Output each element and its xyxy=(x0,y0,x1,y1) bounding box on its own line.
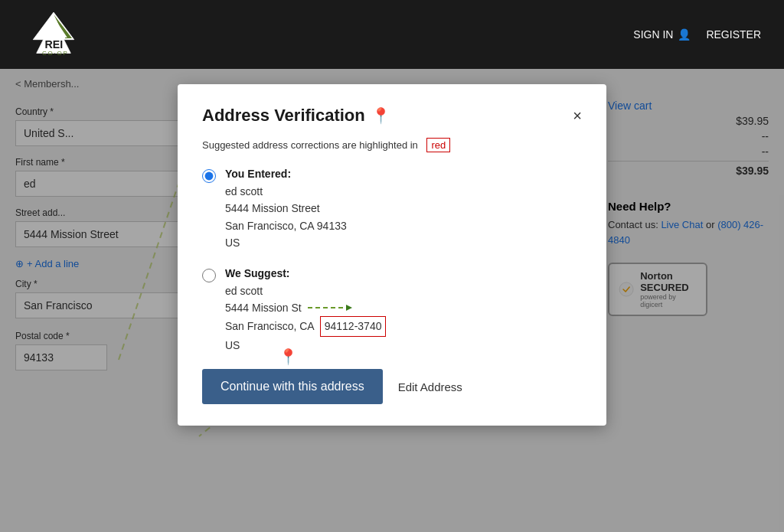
you-entered-city-state: San Francisco, CA 94133 xyxy=(225,217,347,234)
you-entered-radio[interactable] xyxy=(202,169,216,183)
svg-text:CO·OP: CO·OP xyxy=(42,50,69,57)
dashed-line-decoration xyxy=(308,303,354,312)
register-link[interactable]: REGISTER xyxy=(706,28,761,41)
we-suggest-option: We Suggest: ed scott 5444 Mission St San… xyxy=(202,267,582,354)
sign-in-link[interactable]: SIGN IN 👤 xyxy=(633,28,691,41)
edit-address-button[interactable]: Edit Address xyxy=(398,380,462,393)
you-entered-content: You Entered: ed scott 5444 Mission Stree… xyxy=(225,168,347,252)
user-icon: 👤 xyxy=(678,28,691,41)
you-entered-country: US xyxy=(225,234,347,251)
svg-marker-12 xyxy=(346,305,352,311)
logo[interactable]: REI CO·OP xyxy=(23,8,84,61)
you-entered-address: ed scott 5444 Mission Street San Francis… xyxy=(225,183,347,252)
you-entered-option: You Entered: ed scott 5444 Mission Stree… xyxy=(202,168,582,252)
you-entered-name: ed scott xyxy=(225,183,347,200)
floating-pin-icon: 📍 xyxy=(279,348,298,366)
we-suggest-content: We Suggest: ed scott 5444 Mission St San… xyxy=(225,267,386,354)
we-suggest-zip: 94112-3740 xyxy=(320,316,387,336)
hint-highlight: red xyxy=(426,138,450,152)
modal-actions: 📍 Continue with this address Edit Addres… xyxy=(202,369,582,404)
svg-text:REI: REI xyxy=(44,38,63,51)
location-pin-icon: 📍 xyxy=(371,106,390,125)
header-navigation: SIGN IN 👤 REGISTER xyxy=(633,28,761,41)
we-suggest-label: We Suggest: xyxy=(225,267,386,279)
we-suggest-city-state-prefix: San Francisco, CA xyxy=(225,320,314,332)
modal-title: Address Verification 📍 xyxy=(202,106,390,126)
you-entered-street: 5444 Mission Street xyxy=(225,200,347,217)
page-header: REI CO·OP SIGN IN 👤 REGISTER xyxy=(0,0,784,69)
close-button[interactable]: × xyxy=(573,108,582,123)
hint-row: Suggested address corrections are highli… xyxy=(202,138,582,152)
continue-button[interactable]: Continue with this address xyxy=(202,369,383,404)
modal-header: Address Verification 📍 × xyxy=(202,106,582,126)
sign-in-label: SIGN IN xyxy=(633,28,673,41)
we-suggest-city-state-row: San Francisco, CA 94112-3740 xyxy=(225,316,386,336)
we-suggest-country: US xyxy=(225,337,386,354)
background-page: < Membersh... Country * First name * Str… xyxy=(0,69,784,532)
modal-title-text: Address Verification xyxy=(202,106,365,126)
address-verification-modal: Address Verification 📍 × Suggested addre… xyxy=(178,84,606,426)
we-suggest-address: ed scott 5444 Mission St San Francisco, … xyxy=(225,282,386,354)
you-entered-label: You Entered: xyxy=(225,168,347,180)
we-suggest-street-row: 5444 Mission St xyxy=(225,299,386,316)
we-suggest-radio[interactable] xyxy=(202,269,216,282)
hint-prefix: Suggested address corrections are highli… xyxy=(202,139,418,151)
we-suggest-street-text: 5444 Mission St xyxy=(225,299,302,316)
we-suggest-name: ed scott xyxy=(225,282,386,299)
